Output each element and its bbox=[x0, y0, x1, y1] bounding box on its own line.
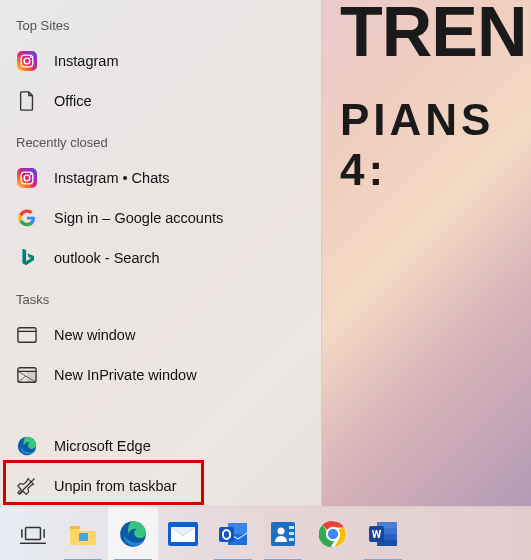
jumplist-item-unpin[interactable]: Unpin from taskbar bbox=[0, 466, 321, 506]
jumplist-item-new-inprivate[interactable]: New InPrivate window bbox=[0, 355, 321, 395]
taskbar-contact-book[interactable] bbox=[258, 507, 308, 561]
instagram-icon bbox=[16, 167, 38, 189]
jumplist-label: Instagram • Chats bbox=[54, 170, 169, 186]
edge-icon bbox=[119, 520, 147, 548]
jumplist-label: Instagram bbox=[54, 53, 118, 69]
svg-rect-0 bbox=[17, 51, 37, 71]
unpin-icon bbox=[16, 475, 38, 497]
svg-rect-38 bbox=[369, 526, 384, 542]
mail-icon bbox=[168, 522, 198, 546]
folder-icon bbox=[68, 522, 98, 546]
section-header-recently-closed: Recently closed bbox=[0, 121, 321, 158]
taskbar bbox=[0, 506, 531, 560]
svg-rect-15 bbox=[26, 527, 41, 539]
taskbar-mail[interactable] bbox=[158, 507, 208, 561]
svg-rect-28 bbox=[289, 526, 294, 529]
jumplist-item-google-signin[interactable]: Sign in – Google accounts bbox=[0, 198, 321, 238]
wallpaper-text-2: PIANS 4: bbox=[340, 95, 531, 195]
instagram-icon bbox=[16, 50, 38, 72]
google-icon bbox=[16, 207, 38, 229]
taskview-icon bbox=[20, 523, 46, 545]
svg-rect-12 bbox=[27, 371, 36, 382]
taskbar-google-chrome[interactable] bbox=[308, 507, 358, 561]
jumplist-label: Sign in – Google accounts bbox=[54, 210, 223, 226]
svg-point-32 bbox=[328, 528, 338, 538]
section-header-tasks: Tasks bbox=[0, 278, 321, 315]
outlook-icon bbox=[218, 520, 248, 548]
chrome-icon bbox=[319, 520, 347, 548]
jumplist-label: Microsoft Edge bbox=[54, 438, 151, 454]
contact-icon bbox=[269, 520, 297, 548]
bing-icon bbox=[16, 247, 38, 269]
taskbar-microsoft-edge[interactable] bbox=[108, 507, 158, 561]
jumplist-label: outlook - Search bbox=[54, 250, 160, 266]
jumplist-item-bing-outlook[interactable]: outlook - Search bbox=[0, 238, 321, 278]
taskbar-file-explorer[interactable] bbox=[58, 507, 108, 561]
jumplist-item-new-window[interactable]: New window bbox=[0, 315, 321, 355]
wallpaper-text-1: TREN bbox=[340, 0, 527, 72]
jumplist-label: New InPrivate window bbox=[54, 367, 197, 383]
jumplist-label: Unpin from taskbar bbox=[54, 478, 177, 494]
window-icon bbox=[16, 324, 38, 346]
svg-rect-30 bbox=[289, 538, 294, 541]
svg-rect-4 bbox=[17, 168, 37, 188]
edge-jumplist: Top Sites Instagram Office Recently clos… bbox=[0, 0, 322, 506]
svg-rect-19 bbox=[79, 533, 88, 541]
section-header-top-sites: Top Sites bbox=[0, 4, 321, 41]
jumplist-item-instagram-chats[interactable]: Instagram • Chats bbox=[0, 158, 321, 198]
edge-icon bbox=[16, 435, 38, 457]
taskbar-task-view[interactable] bbox=[8, 507, 58, 561]
jumplist-label: Office bbox=[54, 93, 92, 109]
document-icon bbox=[16, 90, 38, 112]
word-icon bbox=[368, 520, 398, 548]
svg-point-3 bbox=[30, 56, 32, 58]
jumplist-item-office[interactable]: Office bbox=[0, 81, 321, 121]
taskbar-microsoft-word[interactable] bbox=[358, 507, 408, 561]
svg-point-27 bbox=[278, 527, 285, 534]
jumplist-item-instagram[interactable]: Instagram bbox=[0, 41, 321, 81]
svg-rect-29 bbox=[289, 532, 294, 535]
svg-point-7 bbox=[30, 173, 32, 175]
taskbar-outlook[interactable] bbox=[208, 507, 258, 561]
inprivate-icon bbox=[16, 364, 38, 386]
jumplist-label: New window bbox=[54, 327, 135, 343]
jumplist-item-open-edge[interactable]: Microsoft Edge bbox=[0, 426, 321, 466]
svg-rect-8 bbox=[18, 328, 36, 343]
